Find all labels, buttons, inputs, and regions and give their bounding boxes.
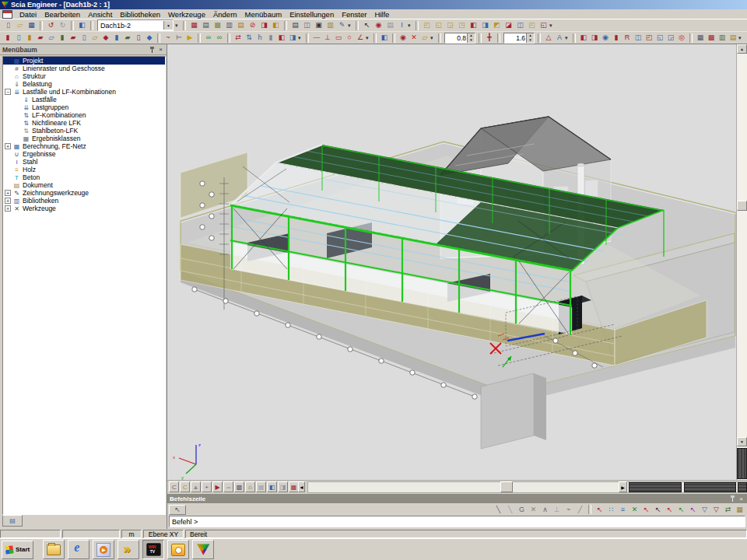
picture-gallery-icon[interactable]: ▩ xyxy=(212,20,223,30)
tree-item-lastfaelle[interactable]: ⇓Lastfälle xyxy=(3,96,165,103)
taskbar-internet-explorer-button[interactable] xyxy=(68,540,89,559)
save-view-icon[interactable]: ▦ xyxy=(695,33,706,43)
view-back-icon[interactable]: ◨ xyxy=(479,20,491,30)
view-yz-icon[interactable]: ◲ xyxy=(444,20,456,30)
stretch-tool-icon[interactable]: ◨ xyxy=(287,33,298,43)
tree-item-berechnung-fe-netz[interactable]: +▦Berechnung, FE-Netz xyxy=(3,142,165,150)
arrow-tool-icon[interactable]: ▶ xyxy=(184,33,195,43)
polyline-tool-icon[interactable]: ~ xyxy=(163,33,174,43)
group-dropdown-icon[interactable] xyxy=(738,33,744,43)
view-flag-icon[interactable]: ▶ xyxy=(212,481,223,492)
tree-item-lastfaelle-und-lf-kombinationen[interactable]: −⇊Lastfälle und LF-Kombinationen xyxy=(3,88,165,96)
group-dropdown-icon[interactable] xyxy=(430,33,436,43)
scroll-right-icon[interactable]: ▶ xyxy=(619,481,627,492)
menu-werkz[interactable]: Werkzeuge xyxy=(164,9,209,19)
tree-item-dokument[interactable]: ▤Dokument xyxy=(3,181,165,189)
clipping-box-icon[interactable]: ⊂ xyxy=(169,481,179,492)
tree-item-projekt[interactable]: ▦Projekt xyxy=(3,57,165,65)
close-icon[interactable]: × xyxy=(738,495,745,502)
snap-cross-icon[interactable]: ╱ xyxy=(574,505,586,515)
project-window-icon[interactable]: ◧ xyxy=(76,20,88,30)
open-folder-icon[interactable]: ▱ xyxy=(14,20,26,30)
horizontal-dark-thumb-1[interactable] xyxy=(629,482,682,492)
model-canvas[interactable]: z x y xyxy=(167,44,747,480)
model-selector-combobox[interactable]: Dach1b-2 xyxy=(97,19,174,31)
calculation-protocol-icon[interactable]: ▦ xyxy=(188,20,200,30)
font-scale-icon[interactable]: A xyxy=(554,33,565,43)
expand-toggle-icon[interactable]: + xyxy=(5,198,11,204)
cursor-snap-icon[interactable]: ↖ xyxy=(594,505,605,515)
mirror-tool-icon[interactable]: h xyxy=(254,33,265,43)
table-input-icon[interactable]: ▦ xyxy=(734,505,745,515)
tree-item-beton[interactable]: TBeton xyxy=(3,173,165,181)
scale-1-spinbox[interactable]: 0.8 xyxy=(444,33,475,44)
menu-bear[interactable]: Bearbeiten xyxy=(40,9,84,19)
open-layer-icon[interactable]: ▱ xyxy=(419,33,430,43)
pin-icon[interactable] xyxy=(149,46,156,53)
rotation-step-icon[interactable]: △ xyxy=(543,33,554,43)
view-top-icon[interactable]: ◫ xyxy=(514,20,526,30)
beam-haunch-icon[interactable]: ▰ xyxy=(35,33,46,43)
support-tool-icon[interactable]: ▰ xyxy=(122,33,133,43)
view-xy-icon[interactable]: ◰ xyxy=(421,20,433,30)
print-icon[interactable]: ▤ xyxy=(289,20,301,30)
taskbar-wintv-button[interactable] xyxy=(142,540,164,559)
render-mode-icon[interactable]: ▩ xyxy=(234,481,244,492)
rotate-tool-icon[interactable]: ⇅ xyxy=(244,33,254,43)
menubaum-tab[interactable]: ▤ xyxy=(2,515,23,527)
taskbar-explorer-button[interactable] xyxy=(43,540,65,559)
load-display-icon[interactable]: ◧ xyxy=(578,33,589,43)
scia-app-icon[interactable] xyxy=(2,2,9,9)
document-data-icon[interactable]: ▤ xyxy=(200,20,212,30)
tree-item-lf-kombinationen[interactable]: ⇅LF-Kombinationen xyxy=(3,111,165,119)
clipping-plane-icon[interactable]: ⊂ xyxy=(180,481,190,492)
tree-item-ergebnisklassen[interactable]: ▦Ergebnisklassen xyxy=(3,135,165,142)
view-left-icon[interactable]: ◩ xyxy=(491,20,503,30)
plane-ucs-icon[interactable]: ▽ xyxy=(710,505,722,515)
rib-tool-icon[interactable]: ▯ xyxy=(79,33,89,43)
combo-dropdown-icon[interactable] xyxy=(163,21,173,30)
delete-icon[interactable]: ⊘ xyxy=(247,20,258,30)
column-head-icon[interactable]: ▮ xyxy=(24,33,35,43)
node-tool-icon[interactable]: ◆ xyxy=(100,33,111,43)
zoom-selection-icon[interactable]: ◉ xyxy=(373,20,384,30)
document-icon[interactable]: ▥ xyxy=(324,20,336,30)
group-dropdown-icon[interactable] xyxy=(565,33,570,43)
chart-view-icon[interactable]: ▥ xyxy=(717,33,728,43)
snap-arc-icon[interactable]: ~ xyxy=(563,505,574,515)
edit-note-icon[interactable]: ✎ xyxy=(336,20,348,30)
activity-window-icon[interactable]: ◧ xyxy=(379,33,390,43)
selection-cursor-icon[interactable]: ↖ xyxy=(169,505,186,515)
tree-item-werkzeuge[interactable]: +✕Werkzeuge xyxy=(3,205,165,212)
new-document-icon[interactable]: ▯ xyxy=(2,20,14,30)
macro-snap-icon[interactable]: ✕ xyxy=(629,505,640,515)
visibility-icon[interactable]: ◉ xyxy=(398,33,409,43)
line-tool-icon[interactable]: — xyxy=(311,33,322,43)
report-view-icon[interactable]: ▤ xyxy=(728,33,738,43)
dimension-tool-icon[interactable]: ⊢ xyxy=(174,33,184,43)
window-split-icon[interactable]: ◨ xyxy=(258,20,270,30)
tree-item-nichtlineare-lfk[interactable]: ⇅Nichtlineare LFK xyxy=(3,119,165,127)
expand-toggle-icon[interactable]: + xyxy=(5,143,11,149)
menu-hilfe[interactable]: Hilfe xyxy=(370,9,393,19)
view-xz-icon[interactable]: ◱ xyxy=(433,20,444,30)
dot-grid-icon[interactable]: ∷ xyxy=(605,505,617,515)
mdi-child-system-icon[interactable] xyxy=(2,10,12,19)
expand-toggle-icon[interactable]: + xyxy=(5,190,11,196)
support-display-icon[interactable]: ◨ xyxy=(589,33,600,43)
move-tool-icon[interactable]: ⇄ xyxy=(233,33,244,43)
taskbar-scia-engineer-button[interactable] xyxy=(192,540,214,559)
snap-endpoint-icon[interactable]: ╲ xyxy=(493,505,504,515)
opening-tool-icon[interactable]: ▱ xyxy=(89,33,100,43)
window-new-icon[interactable]: ◧ xyxy=(270,20,282,30)
volume-icon[interactable]: ▦ xyxy=(256,481,266,492)
menu-einst[interactable]: Einstellungen xyxy=(286,9,338,19)
tree-item-stahl[interactable]: IStahl xyxy=(3,158,165,166)
track-parallel-icon[interactable]: ↖ xyxy=(687,505,699,515)
angle-tool-icon[interactable]: ∠ xyxy=(355,33,366,43)
undo-icon[interactable]: ↺ xyxy=(45,20,57,30)
scroll-down-icon[interactable]: ▼ xyxy=(737,437,747,446)
deform-display-icon[interactable]: ◰ xyxy=(644,33,654,43)
stress-display-icon[interactable]: ◱ xyxy=(654,33,665,43)
expand-toggle-icon[interactable]: + xyxy=(5,205,11,212)
